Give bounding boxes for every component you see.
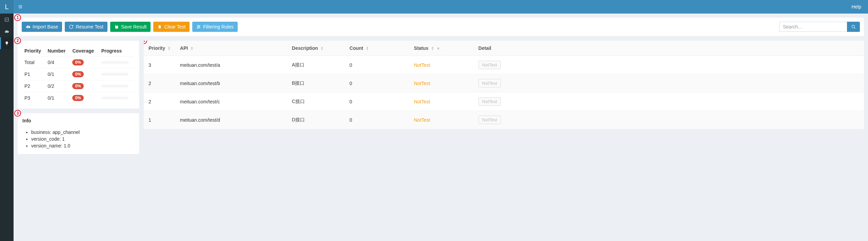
cell-count: 0	[345, 111, 409, 129]
filtering-rules-button[interactable]: Filtering Rules	[192, 22, 237, 32]
import-base-label: Import Base	[33, 24, 58, 29]
summary-cell-priority: P1	[22, 68, 46, 80]
summary-card: 2 Priority Number Coverage Progress Tota…	[18, 41, 139, 108]
cell-api: meituan.com/test/d	[175, 111, 287, 129]
progress-bar	[101, 73, 129, 76]
summary-cell-progress	[99, 92, 134, 104]
data-card: 4 Priority ▲▼ API ▲▼	[144, 41, 864, 129]
summary-cell-coverage: 0%	[70, 92, 99, 104]
status-label: NotTest	[414, 81, 430, 86]
sidebar-item-bulb[interactable]	[0, 37, 14, 49]
trash-icon	[157, 24, 162, 29]
data-header-count[interactable]: Count ▲▼	[345, 41, 409, 56]
sort-arrows-icon: ▲▼	[431, 46, 434, 51]
data-header-detail: Detail	[474, 41, 864, 56]
table-row: 2meituan.com/test/cC接口0NotTestNotTest	[144, 93, 864, 111]
coverage-badge: 0%	[72, 95, 83, 101]
refresh-icon	[69, 24, 74, 29]
sidebar-item-check[interactable]	[0, 14, 14, 25]
summary-cell-number: 0/1	[46, 92, 71, 104]
info-list-item: version_code: 1	[31, 136, 134, 142]
info-list: business: app_channelversion_code: 1vers…	[22, 129, 134, 149]
check-square-icon	[4, 17, 9, 22]
data-table: Priority ▲▼ API ▲▼ Description ▲▼	[144, 41, 864, 129]
cell-priority: 3	[144, 56, 175, 74]
app-logo: L	[0, 0, 14, 14]
resume-test-button[interactable]: Resume Test	[65, 22, 107, 32]
summary-cell-number: 0/1	[46, 68, 71, 80]
cloud-icon	[4, 29, 9, 34]
progress-bar	[101, 97, 129, 99]
svg-rect-4	[116, 25, 118, 26]
search-button[interactable]	[847, 22, 860, 32]
summary-cell-progress	[99, 80, 134, 92]
cell-api: meituan.com/test/a	[175, 56, 287, 74]
summary-cell-coverage: 0%	[70, 80, 99, 92]
menu-toggle-button[interactable]	[14, 0, 27, 14]
detail-button[interactable]: NotTest	[478, 97, 501, 106]
cell-priority: 2	[144, 93, 175, 111]
sliders-icon	[196, 24, 201, 29]
cell-status: NotTest	[409, 111, 474, 129]
info-list-item: business: app_channel	[31, 129, 134, 136]
detail-button[interactable]: NotTest	[478, 61, 501, 69]
table-row: 1meituan.com/test/dD接口0NotTestNotTest	[144, 111, 864, 129]
cell-api: meituan.com/test/b	[175, 74, 287, 93]
summary-cell-progress	[99, 57, 134, 68]
annotation-marker-3: 3	[14, 110, 21, 117]
progress-bar	[101, 85, 129, 87]
sort-arrows-icon: ▲▼	[366, 46, 369, 51]
cell-status: NotTest	[409, 74, 474, 93]
svg-rect-3	[5, 18, 9, 21]
summary-cell-progress	[99, 68, 134, 80]
sort-arrows-icon: ▲▼	[168, 46, 171, 51]
summary-header-coverage: Coverage	[70, 45, 99, 57]
help-link[interactable]: Help	[851, 4, 861, 9]
cell-count: 0	[345, 56, 409, 74]
progress-bar	[101, 61, 129, 64]
search-icon	[851, 24, 856, 29]
sort-arrows-icon: ▲▼	[191, 46, 193, 51]
cell-description: C接口	[287, 93, 345, 111]
data-header-description[interactable]: Description ▲▼	[287, 41, 345, 56]
data-header-priority[interactable]: Priority ▲▼	[144, 41, 175, 56]
hamburger-icon	[18, 4, 23, 9]
cell-priority: 2	[144, 74, 175, 93]
status-label: NotTest	[414, 117, 430, 123]
summary-header-priority: Priority	[22, 45, 46, 57]
coverage-badge: 0%	[72, 83, 83, 89]
data-header-api[interactable]: API ▲▼	[175, 41, 287, 56]
data-header-status[interactable]: Status ▲▼ ▼	[409, 41, 474, 56]
info-list-item: version_name: 1.0	[31, 142, 134, 149]
search-input[interactable]	[779, 22, 847, 32]
status-label: NotTest	[414, 99, 430, 104]
main-content: 1 Import Base Resume Test Save Result Cl…	[14, 14, 868, 241]
summary-cell-number: 0/2	[46, 80, 71, 92]
svg-point-8	[198, 25, 198, 26]
cell-detail: NotTest	[474, 93, 864, 111]
cell-count: 0	[345, 74, 409, 93]
cell-description: B接口	[287, 74, 345, 93]
sort-arrows-icon: ▲▼	[321, 46, 323, 51]
filtering-rules-label: Filtering Rules	[203, 24, 233, 29]
import-base-button[interactable]: Import Base	[22, 22, 62, 32]
cell-description: A接口	[287, 56, 345, 74]
svg-point-10	[197, 27, 198, 28]
cell-status: NotTest	[409, 56, 474, 74]
save-icon	[114, 24, 119, 29]
cell-detail: NotTest	[474, 74, 864, 93]
cell-priority: 1	[144, 111, 175, 129]
save-result-label: Save Result	[121, 24, 146, 29]
sidebar-item-cloud[interactable]	[0, 25, 14, 37]
lightbulb-icon	[4, 41, 9, 46]
summary-cell-coverage: 0%	[70, 57, 99, 68]
detail-button[interactable]: NotTest	[478, 116, 501, 124]
coverage-badge: 0%	[72, 59, 83, 65]
search-group	[779, 22, 860, 32]
clear-test-button[interactable]: Clear Test	[153, 22, 190, 32]
detail-button[interactable]: NotTest	[478, 79, 501, 87]
save-result-button[interactable]: Save Result	[110, 22, 151, 32]
info-title: Info	[22, 118, 134, 123]
filter-funnel-icon[interactable]: ▼	[436, 46, 440, 51]
resume-test-label: Resume Test	[76, 24, 103, 29]
